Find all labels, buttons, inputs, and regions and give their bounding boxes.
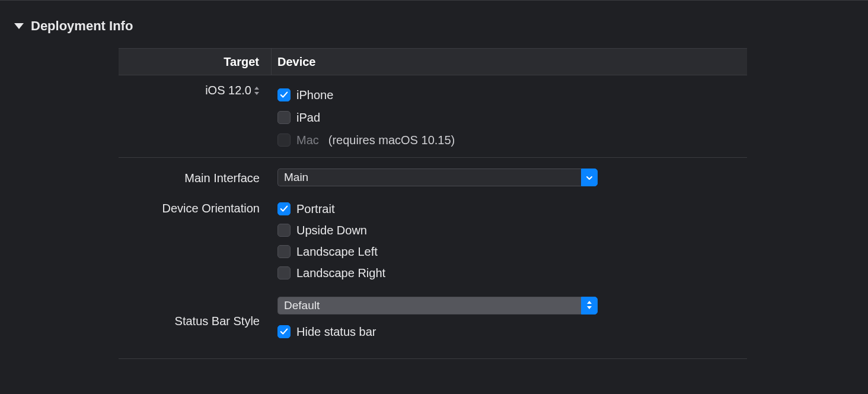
section-title: Deployment Info xyxy=(31,18,133,34)
disclosure-triangle-icon[interactable] xyxy=(14,23,24,29)
status-bar-style-value: Default xyxy=(277,297,581,314)
bottom-divider xyxy=(119,358,747,359)
mac-checkbox xyxy=(277,134,291,147)
portrait-label: Portrait xyxy=(296,202,334,216)
landscape-left-label: Landscape Left xyxy=(296,245,378,259)
landscape-right-checkbox[interactable] xyxy=(277,266,291,279)
header-target: Target xyxy=(119,49,272,75)
device-orientation-label: Device Orientation xyxy=(119,198,272,215)
target-version-stepper[interactable]: iOS 12.0 xyxy=(205,84,260,97)
hide-status-bar-checkbox[interactable] xyxy=(277,325,291,338)
ipad-label: iPad xyxy=(296,111,320,125)
iphone-checkbox[interactable] xyxy=(277,88,291,101)
upside-down-label: Upside Down xyxy=(296,224,367,237)
hide-status-bar-label: Hide status bar xyxy=(296,325,376,339)
landscape-right-label: Landscape Right xyxy=(296,266,385,280)
target-device-header-row: Target Device xyxy=(119,48,747,75)
iphone-label: iPhone xyxy=(296,88,333,102)
upside-down-checkbox[interactable] xyxy=(277,224,291,237)
checkmark-icon xyxy=(280,328,288,336)
main-interface-label: Main Interface xyxy=(119,170,272,185)
deployment-info-section: Deployment Info Target Device iOS 12.0 xyxy=(0,1,868,359)
portrait-checkbox[interactable] xyxy=(277,202,291,215)
up-down-arrows-icon xyxy=(586,299,592,313)
chevron-down-icon xyxy=(586,171,593,185)
mac-label: Mac xyxy=(296,134,319,147)
ipad-checkbox[interactable] xyxy=(277,111,291,124)
mac-note: (requires macOS 10.15) xyxy=(328,134,455,147)
header-device: Device xyxy=(272,55,316,69)
status-bar-style-popup[interactable]: Default xyxy=(277,297,598,314)
checkmark-icon xyxy=(280,91,288,99)
divider-1 xyxy=(119,157,747,158)
stepper-arrows-icon xyxy=(254,87,260,95)
landscape-left-checkbox[interactable] xyxy=(277,245,291,258)
target-version-value: iOS 12.0 xyxy=(205,84,251,97)
status-bar-style-label: Status Bar Style xyxy=(119,312,272,328)
checkmark-icon xyxy=(280,205,288,213)
main-interface-value[interactable]: Main xyxy=(277,169,581,186)
main-interface-combo[interactable]: Main xyxy=(277,169,598,186)
main-interface-dropdown-button[interactable] xyxy=(581,169,598,186)
status-bar-style-popup-button[interactable] xyxy=(581,297,598,314)
